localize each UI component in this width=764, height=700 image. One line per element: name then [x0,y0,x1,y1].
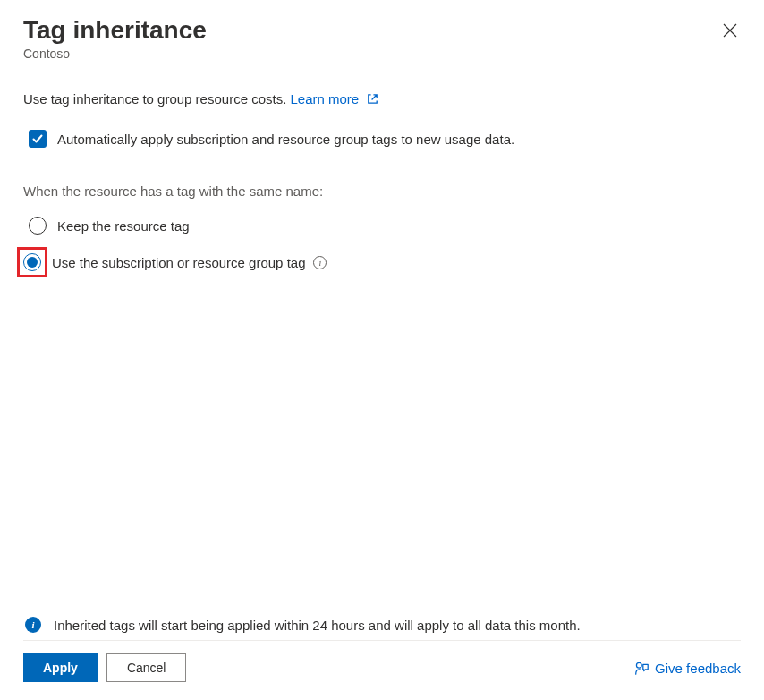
info-banner-icon: i [25,617,41,633]
info-icon[interactable]: i [313,256,327,269]
page-title: Tag inheritance [23,16,207,45]
external-link-icon [366,92,379,108]
learn-more-link[interactable]: Learn more [291,91,380,107]
svg-point-0 [637,662,642,668]
apply-button[interactable]: Apply [23,653,98,682]
radio-label-use-subscription: Use the subscription or resource group t… [52,255,305,270]
cancel-button[interactable]: Cancel [106,653,187,682]
radio-label-keep: Keep the resource tag [57,218,190,234]
info-banner-text: Inherited tags will start being applied … [54,618,581,633]
auto-apply-label: Automatically apply subscription and res… [57,132,514,147]
radio-keep-resource-tag[interactable] [29,217,47,235]
close-button[interactable] [719,20,741,41]
give-feedback-link[interactable]: Give feedback [633,660,741,676]
description-text: Use tag inheritance to group resource co… [23,91,741,108]
auto-apply-checkbox[interactable] [29,130,47,148]
radio-use-subscription-tag[interactable] [23,253,41,271]
info-banner: i Inherited tags will start being applie… [23,610,741,641]
checkmark-icon [31,132,44,145]
close-icon [723,23,737,38]
highlight-box [17,247,47,277]
page-subtitle: Contoso [23,47,207,61]
feedback-icon [633,660,649,676]
conflict-heading: When the resource has a tag with the sam… [23,184,741,199]
